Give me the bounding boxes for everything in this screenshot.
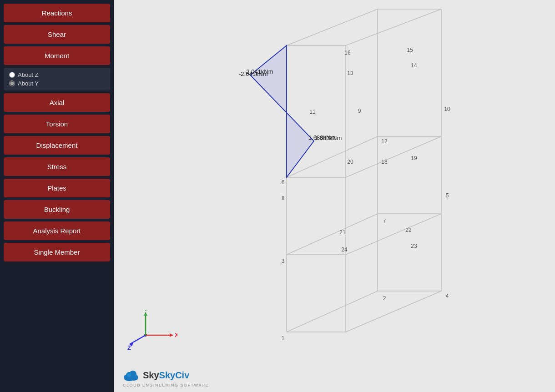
node-label-7: 7 — [383, 218, 386, 224]
node-label-12: 12 — [381, 138, 388, 145]
node-label-15: 15 — [407, 47, 413, 53]
node-label-14: 14 — [411, 62, 417, 69]
about-z-radio[interactable] — [9, 72, 15, 78]
branding: SkySkyCiv Cloud Engineering Software — [123, 368, 209, 387]
moment-label-negative: -2.041kNm — [244, 68, 273, 75]
axis-indicator: X Y Z — [127, 310, 173, 347]
node-label-5: 5 — [446, 192, 449, 199]
reactions-button[interactable]: Reactions — [4, 4, 110, 22]
svg-marker-22 — [170, 333, 173, 337]
svg-line-25 — [130, 335, 146, 344]
node-label-22: 22 — [405, 227, 412, 233]
analysis-report-button[interactable]: Analysis Report — [4, 221, 110, 240]
structure-svg: 1 2 3 4 5 6 7 8 9 10 11 12 13 14 15 16 1… — [114, 0, 555, 392]
svg-marker-24 — [144, 312, 147, 316]
skyciv-cloud-icon — [123, 368, 140, 382]
svg-line-19 — [287, 9, 378, 45]
svg-line-9 — [346, 214, 441, 255]
axis-svg: X Y Z — [127, 310, 177, 351]
x-axis-label: X — [175, 332, 177, 338]
3d-viewport[interactable]: 1 2 3 4 5 6 7 8 9 10 11 12 13 14 15 16 1… — [114, 0, 555, 392]
node-label-11: 11 — [309, 109, 316, 115]
single-member-button[interactable]: Single Member — [4, 243, 110, 261]
node-label-18: 18 — [381, 159, 388, 165]
shear-button[interactable]: Shear — [4, 25, 110, 44]
displacement-button[interactable]: Displacement — [4, 136, 110, 155]
node-label-21: 21 — [339, 229, 346, 236]
node-label-3: 3 — [282, 258, 285, 264]
node-label-16: 16 — [344, 50, 351, 56]
node-label-19: 19 — [411, 155, 417, 161]
node-label-23: 23 — [411, 243, 417, 249]
moment-button[interactable]: Moment — [4, 46, 110, 65]
node-label-1: 1 — [282, 335, 285, 342]
node-label-9: 9 — [358, 108, 361, 114]
node-label-2: 2 — [383, 295, 386, 302]
brand-name: SkySkyCiv — [143, 370, 189, 381]
buckling-button[interactable]: Buckling — [4, 200, 110, 219]
plates-button[interactable]: Plates — [4, 179, 110, 197]
node-label-24: 24 — [341, 246, 348, 253]
axial-button[interactable]: Axial — [4, 93, 110, 112]
node-label-13: 13 — [347, 70, 353, 76]
main-viewport[interactable]: 1 2 3 4 5 6 7 8 9 10 11 12 13 14 15 16 1… — [114, 0, 555, 392]
svg-line-7 — [287, 291, 378, 332]
y-axis-label: Y — [144, 310, 148, 312]
sidebar: Reactions Shear Moment About Z About Y A… — [0, 0, 114, 392]
about-y-radio[interactable] — [9, 80, 15, 86]
svg-rect-31 — [126, 376, 137, 380]
svg-line-11 — [287, 214, 378, 255]
svg-line-17 — [346, 9, 441, 45]
svg-line-13 — [346, 136, 441, 177]
node-label-20: 20 — [347, 159, 353, 165]
about-y-label[interactable]: About Y — [9, 80, 105, 87]
moment-radio-group: About Z About Y — [4, 68, 110, 90]
torsion-button[interactable]: Torsion — [4, 115, 110, 133]
node-label-8: 8 — [282, 195, 285, 201]
moment-diagram — [250, 45, 314, 177]
svg-point-32 — [127, 373, 131, 377]
moment-label-positive: 1.683kNm — [315, 135, 342, 141]
stress-button[interactable]: Stress — [4, 157, 110, 176]
node-label-10: 10 — [444, 106, 450, 112]
node-label-4: 4 — [446, 293, 449, 299]
z-axis-label: Z — [127, 344, 131, 351]
node-label-6: 6 — [282, 179, 285, 186]
brand-subtitle: Cloud Engineering Software — [123, 383, 209, 387]
svg-line-5 — [346, 291, 441, 332]
about-z-label[interactable]: About Z — [9, 71, 105, 78]
